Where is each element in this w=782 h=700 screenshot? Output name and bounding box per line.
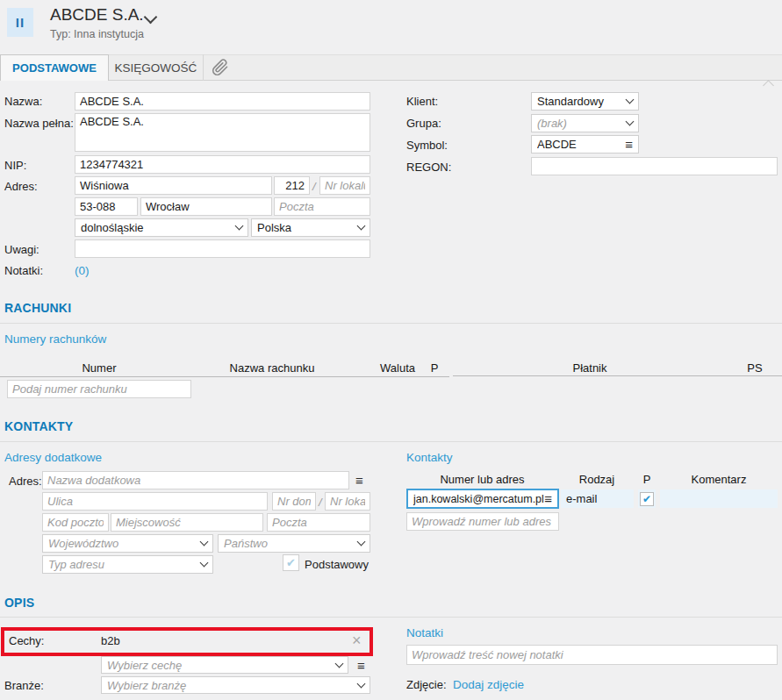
section-divider: [0, 441, 782, 442]
grupa-value: (brak): [537, 117, 627, 130]
col-rodzaj[interactable]: Rodzaj: [560, 473, 634, 486]
close-icon[interactable]: ×: [352, 632, 362, 648]
branze-label: Branże:: [4, 679, 44, 692]
nr-lokalu-input[interactable]: [319, 176, 370, 195]
notatki-count-link[interactable]: (0): [75, 264, 90, 277]
nip-input[interactable]: [75, 155, 370, 174]
symbol-label: Symbol:: [406, 139, 448, 152]
house-number-input[interactable]: [274, 176, 310, 195]
notatki-label: Notatki:: [4, 264, 43, 277]
miejscowosc-input[interactable]: [111, 513, 263, 532]
chevron-down-icon: [200, 559, 209, 568]
new-contact-input[interactable]: [406, 512, 559, 531]
chevron-down-icon: [335, 659, 344, 668]
region-select[interactable]: dolnośląskie: [75, 218, 248, 237]
contact-p-checkbox[interactable]: ✔: [640, 492, 654, 506]
klient-value: Standardowy: [537, 95, 627, 108]
cechy-label: Cechy:: [9, 634, 44, 647]
nr-lokalu-extra-input[interactable]: [325, 492, 370, 511]
menu-icon[interactable]: ≡: [625, 138, 633, 151]
cechy-value: b2b: [101, 634, 120, 647]
tab-ksiegowosc[interactable]: KSIĘGOWOŚĆ: [109, 54, 204, 81]
table-header-underline: [0, 376, 449, 377]
nazwa-dodatkowa-input[interactable]: [42, 471, 349, 489]
wojewodztwo-select[interactable]: Województwo: [42, 534, 213, 553]
check-icon: ✔: [642, 493, 651, 505]
uwagi-label: Uwagi:: [4, 243, 39, 256]
grupa-label: Grupa:: [406, 117, 441, 130]
nip-label: NIP:: [4, 159, 26, 172]
opis-notatki-link[interactable]: Notatki: [406, 626, 443, 639]
title-chevron-down-icon[interactable]: [144, 11, 158, 25]
new-note-input[interactable]: [406, 645, 778, 665]
dodaj-zdjecie-link[interactable]: Dodaj zdjęcie: [453, 678, 524, 691]
table-header-underline: [453, 375, 782, 376]
nr-domu-input[interactable]: [272, 492, 316, 511]
grupa-select[interactable]: (brak): [531, 114, 639, 132]
col-numer-lub-adres[interactable]: Numer lub adres: [406, 473, 558, 486]
check-icon: ✔: [286, 556, 296, 569]
section-divider: [0, 617, 782, 618]
section-kontakty-title: KONTAKTY: [4, 419, 73, 433]
menu-icon[interactable]: ≡: [357, 659, 365, 672]
typ-adresu-select[interactable]: Typ adresu: [42, 555, 213, 574]
contact-address-input[interactable]: jan.kowalski@mercatum.pl ≡: [406, 489, 559, 509]
col-komentarz[interactable]: Komentarz: [660, 473, 778, 486]
postal-code-input[interactable]: [75, 197, 138, 216]
chevron-down-icon: [357, 538, 366, 546]
col-platnik[interactable]: Płatnik: [491, 361, 688, 375]
country-select[interactable]: Polska: [251, 218, 370, 237]
paperclip-icon[interactable]: [211, 57, 230, 81]
regon-input[interactable]: [531, 157, 778, 175]
symbol-input[interactable]: ABCDE ≡: [531, 135, 639, 154]
nazwa-input[interactable]: [75, 92, 370, 111]
numery-rachunkow-link[interactable]: Numery rachunków: [4, 332, 106, 346]
nazwa-pelna-label: Nazwa pełna:: [4, 117, 74, 130]
cechy-highlight-box: [1, 627, 373, 656]
col-nazwa-rachunku[interactable]: Nazwa rachunku: [202, 361, 342, 375]
poczta-input[interactable]: [274, 197, 370, 216]
contact-rodzaj-cell[interactable]: e-mail: [561, 489, 634, 508]
chevron-down-icon: [200, 538, 209, 546]
uwagi-input[interactable]: [75, 239, 370, 258]
menu-icon[interactable]: ≡: [544, 492, 552, 505]
adres-label: Adres:: [4, 180, 38, 193]
contact-komentarz-cell[interactable]: [660, 489, 778, 508]
tab-podstawowe[interactable]: PODSTAWOWE: [0, 54, 109, 81]
kod-pocztowy-input[interactable]: [42, 513, 109, 532]
chevron-down-icon: [626, 96, 635, 104]
city-input[interactable]: [140, 197, 272, 216]
podstawowy-checkbox[interactable]: ✔: [283, 554, 299, 571]
new-account-number-input[interactable]: [7, 380, 191, 398]
wybierz-branze-select[interactable]: Wybierz branżę: [101, 676, 370, 694]
klient-select[interactable]: Standardowy: [531, 92, 639, 111]
section-rachunki-title: RACHUNKI: [4, 301, 71, 315]
panstwo-select[interactable]: Państwo: [218, 534, 370, 553]
menu-icon[interactable]: ≡: [355, 474, 363, 487]
col-numer[interactable]: Numer: [7, 361, 191, 375]
collapse-arrow-icon[interactable]: [763, 80, 774, 91]
podstawowy-label: Podstawowy: [305, 558, 369, 571]
chevron-down-icon: [357, 222, 366, 231]
adresy-dodatkowe-link[interactable]: Adresy dodatkowe: [4, 451, 102, 464]
street-input[interactable]: [75, 176, 272, 195]
section-divider: [0, 323, 782, 324]
institution-type-label: Typ: Inna instytucja: [50, 28, 144, 40]
zdjecie-label: Zdjęcie:: [406, 678, 447, 691]
nazwa-pelna-textarea[interactable]: ABCDE S.A.: [75, 113, 370, 152]
kontakty-list-link[interactable]: Kontakty: [406, 451, 453, 464]
contact-address-value: jan.kowalski@mercatum.pl: [413, 493, 544, 505]
col-waluta[interactable]: Waluta: [369, 361, 427, 375]
ulica-input[interactable]: [42, 492, 268, 511]
wybierz-ceche-placeholder: Wybierz cechę: [107, 659, 336, 672]
address-slash-separator: /: [319, 496, 322, 509]
wybierz-ceche-select[interactable]: Wybierz cechę: [101, 656, 348, 674]
col-p[interactable]: P: [427, 361, 441, 375]
symbol-value: ABCDE: [537, 138, 625, 151]
col-p-kontakt[interactable]: P: [638, 473, 656, 486]
contact-p-cell: ✔: [638, 489, 656, 508]
col-ps[interactable]: PS: [737, 361, 772, 375]
extra-adres-label: Adres:: [9, 475, 42, 488]
poczta-extra-input[interactable]: [267, 513, 370, 532]
institution-editor-window: II ABCDE S.A. Typ: Inna instytucja PODST…: [0, 0, 782, 700]
